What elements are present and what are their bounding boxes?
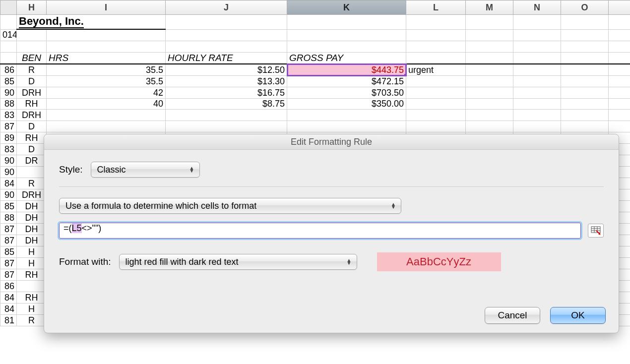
cell[interactable] xyxy=(47,29,166,41)
ben-cell[interactable]: DRH xyxy=(17,87,47,99)
ben-cell[interactable]: H xyxy=(17,246,47,258)
column-header-N[interactable]: N xyxy=(513,0,561,15)
hrs-cell[interactable]: 40 xyxy=(47,99,166,110)
gross-pay-cell[interactable]: $472.15 xyxy=(287,76,406,87)
ben-cell[interactable]: D xyxy=(17,121,47,132)
cell[interactable] xyxy=(513,64,561,76)
ben-cell[interactable]: R xyxy=(17,64,47,76)
row-id-cell[interactable]: 84 xyxy=(0,178,17,189)
cell[interactable] xyxy=(466,121,513,132)
cell[interactable] xyxy=(513,87,561,99)
cell[interactable] xyxy=(513,15,561,30)
row-id-cell[interactable]: 90 xyxy=(0,87,17,99)
ben-cell[interactable]: RH xyxy=(17,292,47,303)
formula-input[interactable]: =(L5<>"") xyxy=(59,223,581,239)
row-id-cell[interactable]: 90 xyxy=(0,189,17,201)
cell[interactable] xyxy=(561,29,609,41)
cell[interactable] xyxy=(609,121,630,132)
note-cell[interactable] xyxy=(406,99,466,110)
row-id-cell[interactable]: 86 xyxy=(0,64,17,76)
style-select[interactable]: Classic xyxy=(91,162,200,178)
row-id-cell[interactable]: 88 xyxy=(0,212,17,224)
row-id-cell[interactable]: 83 xyxy=(0,144,17,155)
header-labels-row[interactable]: BEN HRS HOURLY RATE GROSS PAY xyxy=(0,53,630,64)
cell[interactable] xyxy=(513,29,561,41)
row-id-cell[interactable]: 87 xyxy=(0,121,17,132)
note-cell[interactable] xyxy=(406,110,466,121)
cell[interactable] xyxy=(609,64,630,76)
ben-cell[interactable]: RH xyxy=(17,269,47,281)
row-id-cell[interactable]: 84 xyxy=(0,292,17,303)
cell[interactable] xyxy=(166,29,287,41)
hourly-rate-cell[interactable]: $8.75 xyxy=(166,99,287,110)
row-id-cell[interactable]: 87 xyxy=(0,235,17,246)
cell[interactable] xyxy=(513,121,561,132)
gross-pay-cell[interactable] xyxy=(287,110,406,121)
cell[interactable] xyxy=(609,110,630,121)
row-id-cell[interactable]: 85 xyxy=(0,246,17,258)
cell[interactable] xyxy=(406,15,466,30)
gross-pay-cell[interactable]: $350.00 xyxy=(287,99,406,110)
cell[interactable] xyxy=(406,29,466,41)
cell[interactable] xyxy=(466,87,513,99)
blank-row[interactable] xyxy=(0,41,630,53)
cell[interactable] xyxy=(609,99,630,110)
hourly-rate-cell[interactable] xyxy=(166,121,287,132)
ben-cell[interactable]: DR xyxy=(17,155,47,167)
gross-pay-cell[interactable] xyxy=(287,121,406,132)
table-row[interactable]: 87D xyxy=(0,121,630,132)
ben-cell[interactable]: H xyxy=(17,303,47,315)
table-row[interactable]: 90DRH42$16.75$703.50 xyxy=(0,87,630,99)
cell[interactable] xyxy=(561,64,609,76)
hourly-rate-cell[interactable]: $13.30 xyxy=(166,76,287,87)
table-row[interactable]: 88RH40$8.75$350.00 xyxy=(0,99,630,110)
hrs-cell[interactable]: 35.5 xyxy=(47,76,166,87)
row-id-cell[interactable]: 85 xyxy=(0,201,17,212)
column-header-M[interactable]: M xyxy=(466,0,513,15)
range-picker-button[interactable] xyxy=(588,224,604,238)
cell[interactable] xyxy=(561,121,609,132)
column-header-K[interactable]: K xyxy=(287,0,406,15)
cell[interactable] xyxy=(561,87,609,99)
cell[interactable] xyxy=(287,15,406,30)
cell[interactable] xyxy=(513,99,561,110)
cell[interactable]: 014 xyxy=(0,29,17,41)
ben-cell[interactable]: DRH xyxy=(17,189,47,201)
cell[interactable] xyxy=(466,15,513,30)
cell[interactable] xyxy=(609,29,630,41)
cell[interactable] xyxy=(609,76,630,87)
column-header-row[interactable]: H I J K L M N O xyxy=(0,0,630,15)
company-row[interactable]: Beyond, Inc. xyxy=(0,15,630,30)
header-ben[interactable]: BEN xyxy=(17,53,47,64)
cancel-button[interactable]: Cancel xyxy=(485,307,540,324)
ben-cell[interactable]: DH xyxy=(17,235,47,246)
column-header-I[interactable]: I xyxy=(47,0,166,15)
column-header-J[interactable]: J xyxy=(166,0,287,15)
header-hourly-rate[interactable]: HOURLY RATE xyxy=(166,53,287,64)
row-id-cell[interactable]: 85 xyxy=(0,76,17,87)
cell[interactable] xyxy=(466,29,513,41)
cell[interactable] xyxy=(561,15,609,30)
row-id-cell[interactable]: 87 xyxy=(0,258,17,269)
ben-cell[interactable]: DRH xyxy=(17,110,47,121)
column-header-H[interactable]: H xyxy=(17,0,47,15)
header-hrs[interactable]: HRS xyxy=(47,53,166,64)
cell[interactable] xyxy=(287,29,406,41)
header-gross-pay[interactable]: GROSS PAY xyxy=(287,53,406,64)
row-id-cell[interactable]: 87 xyxy=(0,224,17,235)
hrs-cell[interactable] xyxy=(47,121,166,132)
ben-cell[interactable]: RH xyxy=(17,132,47,144)
ben-cell[interactable]: D xyxy=(17,76,47,87)
row-id-cell[interactable]: 90 xyxy=(0,155,17,167)
cell[interactable] xyxy=(561,76,609,87)
ben-cell[interactable]: DH xyxy=(17,212,47,224)
ok-button[interactable]: OK xyxy=(550,307,606,324)
ben-cell[interactable] xyxy=(17,281,47,292)
hourly-rate-cell[interactable]: $16.75 xyxy=(166,87,287,99)
table-row[interactable]: 85D35.5$13.30$472.15 xyxy=(0,76,630,87)
hrs-cell[interactable] xyxy=(47,110,166,121)
cell[interactable] xyxy=(609,87,630,99)
row-id-cell[interactable]: 88 xyxy=(0,99,17,110)
table-row[interactable]: 83DRH xyxy=(0,110,630,121)
note-cell[interactable]: urgent xyxy=(406,64,466,76)
